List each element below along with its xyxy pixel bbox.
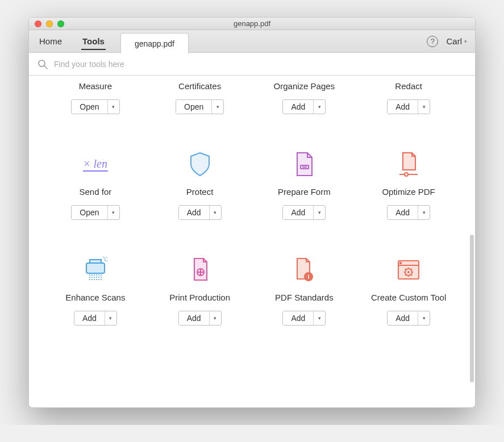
user-name: Carl	[446, 36, 462, 46]
chevron-down-icon[interactable]: ▾	[108, 206, 119, 219]
tool-send-for: × len Send for Open ▾	[46, 148, 145, 220]
signature-icon: × len	[80, 148, 111, 180]
user-menu[interactable]: Carl ▾	[446, 36, 467, 46]
titlebar: genapp.pdf	[29, 18, 475, 30]
tool-action-button[interactable]: Add ▾	[282, 311, 326, 326]
print-production-icon	[184, 254, 216, 286]
tool-action-button[interactable]: Add ▾	[178, 205, 222, 220]
tool-prepare-form: Prepare Form Add ▾	[255, 148, 354, 220]
svg-rect-8	[86, 263, 105, 273]
tool-action-button[interactable]: Open ▾	[71, 205, 119, 220]
tools-panel: Measure Open ▾ Certificates Open ▾ Organ…	[29, 76, 475, 407]
form-icon	[288, 148, 320, 180]
tool-certificates: Certificates Open ▾	[151, 81, 249, 114]
tool-action-button[interactable]: Add ▾	[387, 205, 430, 220]
action-label: Add	[179, 206, 210, 219]
tool-action-button[interactable]: Add ▾	[387, 311, 430, 326]
chevron-down-icon[interactable]: ▾	[418, 206, 430, 219]
tool-label: Print Production	[169, 293, 230, 304]
optimize-icon	[393, 148, 424, 180]
tool-label: Send for	[80, 187, 112, 198]
tool-enhance-scans: Enhance Scans Add ▾	[46, 254, 145, 326]
tool-organize-pages: Organize Pages Add ▾	[255, 81, 354, 114]
tool-label: Create Custom Tool	[371, 293, 446, 304]
help-icon[interactable]: ?	[427, 36, 438, 47]
chevron-down-icon[interactable]: ▾	[108, 100, 119, 114]
action-label: Add	[388, 311, 418, 325]
chevron-down-icon[interactable]: ▾	[210, 311, 221, 325]
tool-action-button[interactable]: Add ▾	[282, 205, 326, 220]
tool-label: Organize Pages	[274, 81, 335, 93]
search-bar	[29, 53, 475, 76]
shield-icon	[184, 148, 216, 180]
chevron-down-icon[interactable]: ▾	[210, 206, 221, 219]
svg-point-7	[405, 173, 408, 176]
action-label: Open	[72, 206, 107, 219]
tool-label: Certificates	[178, 81, 221, 93]
chevron-down-icon[interactable]: ▾	[418, 311, 430, 325]
action-label: Add	[283, 311, 314, 325]
scanner-icon	[80, 254, 111, 286]
chevron-down-icon: ▾	[464, 39, 467, 44]
search-input[interactable]	[54, 60, 467, 69]
action-label: Add	[74, 311, 105, 325]
tool-action-button[interactable]: Open ▾	[71, 99, 119, 114]
tool-label: PDF Standards	[275, 293, 334, 304]
action-label: Add	[283, 100, 314, 114]
svg-rect-9	[90, 260, 101, 263]
svg-point-0	[39, 60, 45, 66]
scrollbar[interactable]	[470, 235, 474, 382]
window-controls	[35, 20, 64, 27]
action-label: Open	[72, 100, 107, 114]
tool-pdf-standards: i PDF Standards Add ▾	[255, 254, 354, 326]
svg-text:× len: × len	[83, 157, 107, 170]
app-window: genapp.pdf Home Tools genapp.pdf ? Carl …	[28, 17, 476, 408]
chevron-down-icon[interactable]: ▾	[314, 311, 325, 325]
window-title: genapp.pdf	[29, 19, 475, 28]
chevron-down-icon[interactable]: ▾	[418, 100, 430, 114]
tool-label: Prepare Form	[278, 187, 331, 198]
chevron-down-icon[interactable]: ▾	[105, 311, 116, 325]
tool-optimize-pdf: Optimize PDF Add ▾	[359, 148, 458, 220]
tab-tools[interactable]: Tools	[72, 30, 115, 52]
pdf-standards-icon: i	[288, 254, 320, 286]
tool-redact: Redact Add ▾	[359, 81, 458, 114]
topbar: Home Tools genapp.pdf ? Carl ▾	[29, 30, 475, 53]
tool-label: Optimize PDF	[382, 187, 435, 198]
action-label: Open	[176, 100, 212, 114]
tool-action-button[interactable]: Add ▾	[74, 311, 117, 326]
tool-measure: Measure Open ▾	[46, 81, 145, 114]
minimize-icon[interactable]	[46, 20, 53, 27]
tool-label: Redact	[395, 81, 422, 93]
svg-point-19	[407, 271, 410, 273]
tool-protect: Protect Add ▾	[151, 148, 249, 220]
svg-text:i: i	[308, 273, 310, 280]
action-label: Add	[179, 311, 210, 325]
close-icon[interactable]	[35, 20, 41, 27]
custom-tool-icon	[393, 254, 424, 286]
tool-print-production: Print Production Add ▾	[151, 254, 249, 326]
tab-home[interactable]: Home	[29, 30, 72, 52]
tool-label: Measure	[79, 81, 112, 93]
tool-create-custom: Create Custom Tool Add ▾	[359, 254, 458, 326]
tool-action-button[interactable]: Add ▾	[282, 99, 326, 114]
tool-label: Protect	[186, 187, 214, 198]
search-icon	[37, 59, 48, 70]
chevron-down-icon[interactable]: ▾	[314, 206, 325, 219]
action-label: Add	[388, 100, 418, 114]
fullscreen-icon[interactable]	[57, 20, 64, 27]
svg-rect-17	[399, 262, 402, 264]
action-label: Add	[283, 206, 314, 219]
tool-action-button[interactable]: Open ▾	[176, 99, 224, 114]
chevron-down-icon[interactable]: ▾	[212, 100, 223, 114]
tool-action-button[interactable]: Add ▾	[387, 99, 430, 114]
document-tab[interactable]: genapp.pdf	[120, 33, 189, 53]
action-label: Add	[388, 206, 418, 219]
tool-label: Enhance Scans	[65, 293, 125, 304]
svg-line-1	[44, 66, 47, 69]
chevron-down-icon[interactable]: ▾	[314, 100, 325, 114]
tool-action-button[interactable]: Add ▾	[178, 311, 222, 326]
